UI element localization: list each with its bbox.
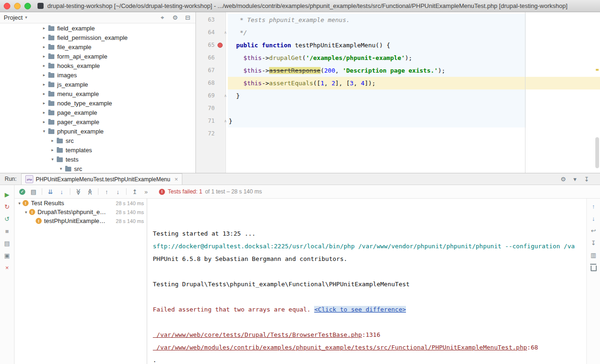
- expand-arrow-icon[interactable]: ▸: [41, 101, 47, 105]
- import-test-results-icon[interactable]: ↥: [131, 188, 139, 196]
- expand-arrow-icon[interactable]: ▸: [41, 110, 47, 115]
- code-text: [228, 102, 600, 115]
- code-text: $this->assertResponse(200, 'Description …: [228, 64, 600, 77]
- line-number: 64: [196, 26, 217, 39]
- project-tree-item[interactable]: ▸field_example: [0, 23, 195, 33]
- hide-panel-icon[interactable]: ⊟: [184, 14, 192, 22]
- up-stack-trace-icon[interactable]: ↑: [590, 202, 598, 210]
- failed-test-gutter-icon[interactable]: [218, 43, 223, 48]
- expand-arrow-icon[interactable]: ▸: [50, 148, 55, 152]
- gear-icon[interactable]: ⚙: [559, 175, 567, 183]
- editor-line[interactable]: 64∧ */: [196, 26, 600, 39]
- project-tree-item[interactable]: ▸field_permission_example: [0, 33, 195, 42]
- collapse-arrow-icon[interactable]: ▾: [23, 210, 29, 215]
- sort-by-duration-icon[interactable]: ⇊: [46, 188, 54, 196]
- editor-line[interactable]: 72: [196, 127, 600, 140]
- run-tab[interactable]: php PHPUnitExampleMenuTest.testPhpUnitEx…: [21, 173, 182, 185]
- expand-arrow-icon[interactable]: ▸: [41, 54, 47, 59]
- rerun-failed-tests-icon[interactable]: ↻: [3, 203, 11, 211]
- minimize-window-button[interactable]: [14, 3, 21, 9]
- code-editor[interactable]: 63 * Tests phpunit_example menus.64∧ */6…: [196, 12, 600, 173]
- project-tree-item[interactable]: ▸pager_example: [0, 117, 195, 126]
- expand-arrow-icon[interactable]: ▸: [41, 26, 47, 30]
- project-tree-item[interactable]: ▸menu_example: [0, 89, 195, 98]
- collapse-arrow-icon[interactable]: ▾: [41, 129, 47, 134]
- code-text: $this->assertEquals([1, 2], [3, 4]);: [228, 77, 600, 89]
- next-occurrence-icon[interactable]: ↓: [114, 188, 122, 196]
- expand-arrow-icon[interactable]: ▸: [50, 138, 55, 143]
- collapse-arrow-icon[interactable]: ▾: [58, 166, 64, 171]
- editor-scrollbar-thumb[interactable]: [595, 137, 599, 168]
- soft-wrap-icon[interactable]: ↩: [590, 227, 598, 235]
- expand-arrow-icon[interactable]: ▸: [41, 91, 47, 96]
- hide-panel-icon[interactable]: ↧: [583, 175, 591, 183]
- close-window-button[interactable]: [4, 3, 10, 9]
- close-icon[interactable]: ×: [3, 264, 11, 272]
- project-panel-header[interactable]: Project ▾ ⌖⚙⊟: [0, 12, 195, 23]
- down-stack-trace-icon[interactable]: ↓: [590, 215, 598, 223]
- project-tree-item[interactable]: ▾phpunit_example: [0, 126, 195, 136]
- test-tree-row[interactable]: ▾!Drupal\Tests\phpunit_example\Functiona…: [15, 208, 147, 216]
- project-tree-item[interactable]: ▸file_example: [0, 42, 195, 52]
- warning-stripe-mark[interactable]: [596, 69, 599, 71]
- editor-line[interactable]: 69∧ }: [196, 89, 600, 102]
- folder-name: field_example: [57, 25, 95, 32]
- collapse-all-icon[interactable]: ≫: [86, 188, 94, 196]
- project-tree-item[interactable]: ▸templates: [0, 145, 195, 155]
- export-test-results-icon[interactable]: ▣: [3, 252, 11, 260]
- expand-arrow-icon[interactable]: ▸: [41, 45, 47, 49]
- editor-line[interactable]: 63 * Tests phpunit_example menus.: [196, 14, 600, 26]
- zoom-window-button[interactable]: [24, 3, 31, 9]
- test-duration: 28 s 140 ms: [108, 201, 147, 206]
- editor-line[interactable]: 71∧}: [196, 115, 600, 127]
- fold-marker-icon[interactable]: ∧: [224, 94, 227, 98]
- previous-occurrence-icon[interactable]: ↑: [103, 188, 111, 196]
- editor-line[interactable]: 66 $this->drupalGet('/examples/phpunit-e…: [196, 52, 600, 64]
- stop-icon[interactable]: ■: [3, 227, 11, 235]
- collapse-arrow-icon[interactable]: ▾: [16, 201, 22, 206]
- more-icon[interactable]: »: [142, 188, 150, 196]
- gear-icon[interactable]: ⚙: [171, 14, 179, 22]
- collapse-arrow-icon[interactable]: ▾: [50, 157, 55, 162]
- caret-down-icon[interactable]: ▾: [571, 175, 579, 183]
- print-icon[interactable]: ▥: [590, 251, 598, 259]
- editor-line[interactable]: 67 $this->assertResponse(200, 'Descripti…: [196, 64, 600, 77]
- test-console[interactable]: Testing started at 13:25 ...sftp://docke…: [147, 199, 587, 364]
- clear-all-icon[interactable]: [590, 263, 598, 271]
- expand-arrow-icon[interactable]: ▸: [41, 119, 47, 124]
- scroll-to-end-icon[interactable]: ↧: [590, 239, 598, 247]
- dump-threads-icon[interactable]: ▤: [3, 239, 11, 247]
- console-toolbar: ↑↓↩↧▥: [586, 199, 600, 364]
- expand-arrow-icon[interactable]: ▸: [41, 82, 47, 87]
- show-ignored-icon[interactable]: ▤: [30, 188, 38, 196]
- editor-line[interactable]: 65 public function testPhpUnitExampleMen…: [196, 39, 600, 52]
- scroll-from-source-icon[interactable]: ⌖: [158, 14, 166, 22]
- editor-line[interactable]: 70: [196, 102, 600, 115]
- file-link[interactable]: /var/www/web/core/tests/Drupal/Tests/Bro…: [153, 331, 362, 338]
- expand-all-icon[interactable]: ≫: [75, 188, 82, 196]
- editor-line[interactable]: 68 $this->assertEquals([1, 2], [3, 4]);: [196, 77, 600, 89]
- project-tree-item[interactable]: ▸hooks_example: [0, 61, 195, 70]
- project-tree-item[interactable]: ▸form_api_example: [0, 52, 195, 61]
- project-tree-item[interactable]: ▸images: [0, 70, 195, 80]
- project-tree-item[interactable]: ▸node_type_example: [0, 98, 195, 108]
- expand-arrow-icon[interactable]: ▸: [41, 63, 47, 68]
- toggle-auto-test-icon[interactable]: ↺: [3, 215, 11, 223]
- project-tree-item[interactable]: ▾src: [0, 164, 195, 173]
- project-tree-item[interactable]: ▾tests: [0, 155, 195, 164]
- fold-marker-icon[interactable]: ∧: [224, 119, 227, 123]
- hide-passed-icon[interactable]: ✓: [18, 188, 26, 196]
- project-tree-item[interactable]: ▸js_example: [0, 80, 195, 89]
- sort-alphabetically-icon[interactable]: ↓: [58, 188, 66, 196]
- project-tree-item[interactable]: ▸page_example: [0, 108, 195, 117]
- test-tree-row[interactable]: !testPhpUnitExampleMenu28 s 140 ms: [15, 216, 147, 225]
- expand-arrow-icon[interactable]: ▸: [41, 35, 47, 40]
- fold-marker-icon[interactable]: ∧: [224, 30, 227, 35]
- diff-link[interactable]: <Click to see difference>: [314, 306, 406, 313]
- file-link[interactable]: /var/www/web/modules/contrib/examples/ph…: [153, 344, 527, 351]
- rerun-test-icon[interactable]: ▶: [3, 191, 11, 199]
- test-tree-row[interactable]: ▾!Test Results28 s 140 ms: [15, 199, 147, 208]
- expand-arrow-icon[interactable]: ▸: [41, 73, 47, 77]
- project-tree-item[interactable]: ▸src: [0, 136, 195, 145]
- close-tab-icon[interactable]: ×: [174, 176, 178, 183]
